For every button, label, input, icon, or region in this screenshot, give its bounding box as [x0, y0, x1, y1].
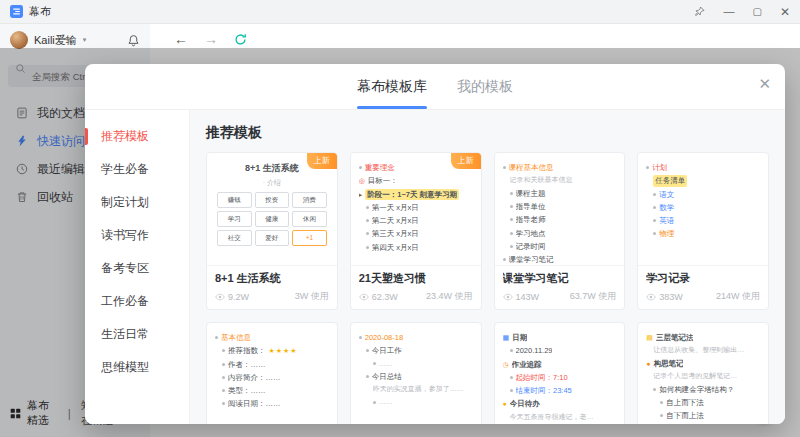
- category-item[interactable]: 思维模型: [85, 351, 189, 384]
- mini-tag: +1: [292, 230, 327, 246]
- preview-line: ……: [373, 397, 473, 408]
- minimize-icon[interactable]: —: [723, 6, 734, 17]
- preview-line: 课程基本信息: [503, 162, 617, 173]
- close-window-icon[interactable]: ✕: [780, 6, 790, 18]
- preview-line: 第一天 x月x日: [366, 202, 473, 213]
- new-badge: 上新: [451, 153, 481, 169]
- card-views: 9.2W: [215, 292, 249, 302]
- template-library-modal: 幕布模板库 我的模板 ✕ 推荐模板学生必备制定计划读书写作备考专区工作必备生活日…: [85, 64, 785, 424]
- eye-icon: [503, 293, 513, 301]
- bullet-dot: [503, 258, 506, 261]
- category-item[interactable]: 学生必备: [85, 153, 189, 186]
- category-item[interactable]: 工作必备: [85, 285, 189, 318]
- bullet-dot: [653, 388, 656, 391]
- app-shell: Kaili爱输 ▾ 我的文档快速访问最近编辑回收站 幕布精选｜知识干货，尽在精选…: [0, 24, 800, 437]
- bullet-dot: [373, 401, 376, 404]
- window-title: 幕布: [29, 4, 51, 19]
- preview-line: ◎目标一：: [359, 175, 473, 186]
- preview-line: 基本信息: [215, 332, 329, 343]
- bullet-dot: [653, 232, 656, 235]
- template-card[interactable]: ▦日期2020.11.29◷作业追踪起始时间：7:10结束时间：23:45●今日…: [494, 322, 626, 424]
- bullet-dot: [653, 206, 656, 209]
- idea-icon: ●: [646, 360, 650, 367]
- avatar[interactable]: [10, 31, 28, 49]
- preview-line: 内容简介：……: [222, 372, 329, 383]
- close-icon[interactable]: ✕: [758, 76, 771, 91]
- bullet-dot: [660, 401, 663, 404]
- template-card[interactable]: 基本信息推荐指数：★★★★作者：……内容简介：……类型：……阅读日期：……: [206, 322, 338, 424]
- card-preview: ▦日期2020.11.29◷作业追踪起始时间：7:10结束时间：23:45●今日…: [495, 323, 625, 424]
- bullet-dot: [510, 376, 513, 379]
- card-usage: 23.4W 使用: [426, 290, 473, 303]
- template-card[interactable]: 上新8+1 生活系统· 介绍赚钱投资消费学习健康休闲社交爱好+18+1 生活系统…: [206, 152, 338, 310]
- forward-arrow-icon[interactable]: →: [204, 32, 218, 46]
- card-views: 143W: [503, 292, 540, 302]
- preview-line: 2020.11.29: [510, 345, 617, 356]
- calendar-icon: ▦: [503, 334, 510, 341]
- card-usage: 214W 使用: [716, 290, 760, 303]
- bullet-dot: [510, 192, 513, 195]
- user-name[interactable]: Kaili爱输: [34, 33, 77, 48]
- preview-line: 记录和关联基本信息: [510, 175, 617, 186]
- refresh-icon[interactable]: [234, 33, 247, 46]
- bullet-dot: [359, 336, 362, 339]
- preview-line: · 介绍: [215, 178, 329, 189]
- bullet-dot: [366, 349, 369, 352]
- category-item[interactable]: 生活日常: [85, 318, 189, 351]
- card-usage: 3W 使用: [295, 290, 329, 303]
- bullet-dot: [653, 193, 656, 196]
- bullet-dot: [660, 414, 663, 417]
- template-card[interactable]: 上新重要理念◎目标一：▸阶段一：1~7天 刻意学习期第一天 x月x日第二天 x月…: [350, 152, 482, 310]
- template-card[interactable]: 2020-08-18今日工作……今日总结昨天的实况直播，参加了…………: [350, 322, 482, 424]
- mini-tag: 社交: [217, 230, 252, 246]
- preview-line: ◷作业追踪: [503, 359, 617, 370]
- card-title: 21天塑造习惯: [359, 271, 473, 286]
- pin-icon[interactable]: [694, 6, 705, 17]
- preview-line: 昨天的实况直播，参加了……: [373, 384, 473, 395]
- target-icon: ◎: [359, 177, 365, 184]
- bullet-dot: [359, 166, 362, 169]
- bullet-dot: [222, 402, 225, 405]
- maximize-icon[interactable]: ▢: [752, 7, 761, 17]
- bulb-icon: ●: [503, 400, 507, 407]
- tab-template-library[interactable]: 幕布模板库: [357, 64, 427, 109]
- template-card[interactable]: 计划任务清单语文数学英语物理学习记录383W214W 使用: [637, 152, 769, 310]
- category-item[interactable]: 推荐模板: [85, 120, 189, 153]
- bullet-dot: [503, 166, 506, 169]
- category-item[interactable]: 读书写作: [85, 219, 189, 252]
- preview-line: ●构思笔记: [646, 358, 760, 369]
- back-arrow-icon[interactable]: ←: [174, 32, 188, 46]
- bullet-dot: [366, 246, 369, 249]
- card-footer: 21天塑造习惯62.3W23.4W 使用: [351, 265, 481, 309]
- eye-icon: [359, 293, 369, 301]
- card-preview: ▤三层笔记法让信息从收集、整理到输出…●构思笔记记录个人思考的见解笔记…如何构建…: [638, 323, 768, 424]
- tab-my-templates[interactable]: 我的模板: [457, 64, 513, 109]
- card-usage: 63.7W 使用: [570, 290, 617, 303]
- preview-line: ▦日期: [503, 332, 617, 343]
- card-views: 62.3W: [359, 292, 398, 302]
- bullet-dot: [366, 219, 369, 222]
- preview-line: 语文: [653, 189, 760, 200]
- preview-line: 作者：……: [222, 359, 329, 370]
- category-item[interactable]: 备考专区: [85, 252, 189, 285]
- bullet-dot: [373, 362, 376, 365]
- preview-line: 课堂学习笔记: [503, 254, 617, 265]
- preview-line: 推荐指数：★★★★: [222, 345, 329, 356]
- preview-line: 物理: [653, 228, 760, 239]
- bullet-dot: [222, 389, 225, 392]
- template-card[interactable]: 课程基本信息记录和关联基本信息课程主题指导单位指导老师学习地点记录时间课堂学习笔…: [494, 152, 626, 310]
- category-list: 推荐模板学生必备制定计划读书写作备考专区工作必备生活日常思维模型: [85, 110, 190, 424]
- preview-line: 课程主题: [510, 188, 617, 199]
- notification-bell-icon[interactable]: [127, 34, 140, 47]
- mini-tag: 休闲: [292, 211, 327, 227]
- preview-line: 英语: [653, 215, 760, 226]
- card-footer: 8+1 生活系统9.2W3W 使用: [207, 265, 337, 309]
- collapse-arrow-icon: ▸: [359, 191, 363, 198]
- template-card[interactable]: ▤三层笔记法让信息从收集、整理到输出…●构思笔记记录个人思考的见解笔记…如何构建…: [637, 322, 769, 424]
- new-badge: 上新: [307, 153, 337, 169]
- bullet-dot: [510, 245, 513, 248]
- category-item[interactable]: 制定计划: [85, 186, 189, 219]
- bullet-dot: [366, 232, 369, 235]
- card-preview: 重要理念◎目标一：▸阶段一：1~7天 刻意学习期第一天 x月x日第二天 x月x日…: [351, 153, 481, 265]
- bullet-dot: [510, 389, 513, 392]
